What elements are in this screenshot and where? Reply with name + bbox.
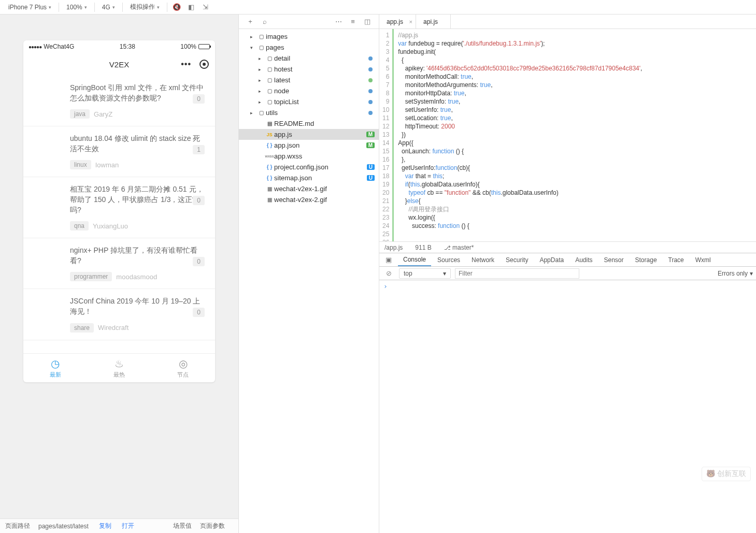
devtool-tab[interactable]: Audits — [570, 254, 597, 266]
file-item[interactable]: { }project.config.jsonU — [239, 162, 379, 172]
folder-item[interactable]: ▸▢topicList — [239, 96, 379, 107]
zoom-dropdown[interactable]: 100%▾ — [62, 3, 91, 12]
line-number[interactable]: 4 — [382, 56, 389, 64]
file-item[interactable]: JSapp.jsM — [239, 129, 379, 140]
line-number[interactable]: 20 — [382, 189, 389, 197]
topic-item[interactable]: 相互宝 2019 年 6 月第二期分摊 0.51 元，帮助了 150 人，甲状腺… — [23, 177, 215, 238]
file-item[interactable]: ▤README.md — [239, 118, 379, 129]
search-icon[interactable]: ⌕ — [258, 16, 272, 27]
devtool-tab[interactable]: Trace — [663, 254, 689, 266]
topic-item[interactable]: nginx+ PHP 掉坑里了，有没有谁帮忙看看? programmermood… — [23, 238, 215, 289]
line-number[interactable]: 1 — [382, 31, 389, 39]
simulation-dropdown[interactable]: 模拟操作▾ — [126, 2, 164, 12]
line-number[interactable]: 18 — [382, 172, 389, 180]
topic-tag[interactable]: programmer — [70, 272, 112, 281]
topic-tag[interactable]: qna — [70, 221, 89, 231]
line-number[interactable]: 14 — [382, 139, 389, 147]
copy-link[interactable]: 复制 — [99, 522, 111, 530]
menu-icon[interactable]: ••• — [181, 60, 191, 69]
line-number[interactable]: 6 — [382, 73, 389, 81]
line-number[interactable]: 9 — [382, 97, 389, 106]
line-number[interactable]: 7 — [382, 81, 389, 89]
line-number[interactable]: 8 — [382, 89, 389, 97]
devtool-tab[interactable]: Sources — [432, 254, 465, 266]
topic-author[interactable]: moodasmood — [116, 273, 157, 281]
topic-author[interactable]: Iowman — [95, 161, 119, 169]
devtool-tab[interactable]: AppData — [534, 254, 569, 266]
close-icon[interactable]: × — [409, 19, 412, 25]
code-content[interactable]: //app.jsvar fundebug = require('./utils/… — [394, 29, 756, 241]
editor-tab[interactable]: api.js — [416, 15, 451, 28]
line-number[interactable]: 5 — [382, 64, 389, 73]
line-number[interactable]: 22 — [382, 205, 389, 213]
popout-icon[interactable]: ⇲ — [199, 2, 212, 13]
target-icon[interactable] — [199, 60, 209, 69]
folder-item[interactable]: ▸▢detail — [239, 53, 379, 64]
rotate-icon[interactable]: ◧ — [185, 2, 197, 13]
log-level-dropdown[interactable]: Errors only▾ — [718, 270, 753, 277]
topic-feed[interactable]: SpringBoot 引用 xml 文件，在 xml 文件中怎么加载资源文件的参… — [23, 76, 215, 353]
file-item[interactable]: ▦wechat-v2ex-1.gif — [239, 183, 379, 194]
clear-console-icon[interactable]: ⊘ — [382, 268, 395, 279]
topic-item[interactable]: ubuntu 18.04 修改 ulimit 的 stack size 死活不生… — [23, 126, 215, 177]
topic-tag[interactable]: linux — [70, 160, 91, 169]
topic-item[interactable]: SpringBoot 引用 xml 文件，在 xml 文件中怎么加载资源文件的参… — [23, 76, 215, 126]
git-branch[interactable]: ⎇ master* — [444, 244, 474, 251]
more-icon[interactable]: ⋯ — [331, 16, 346, 27]
line-number[interactable]: 10 — [382, 106, 389, 114]
line-number[interactable]: 11 — [382, 114, 389, 122]
file-item[interactable]: wxssapp.wxss — [239, 151, 379, 162]
file-item[interactable]: { }sitemap.jsonU — [239, 172, 379, 183]
editor-tab[interactable]: app.js× — [379, 15, 416, 28]
topic-tag[interactable]: share — [70, 323, 94, 333]
folder-item[interactable]: ▾▢pages — [239, 42, 379, 53]
folder-item[interactable]: ▸▢node — [239, 85, 379, 96]
line-number[interactable]: 23 — [382, 213, 389, 222]
tabbar-item[interactable]: ◎节点 — [151, 354, 215, 382]
file-item[interactable]: ▦wechat-v2ex-2.gif — [239, 194, 379, 205]
collapse-icon[interactable]: ◫ — [360, 16, 375, 27]
console-body[interactable]: › — [379, 280, 756, 533]
devtool-tab[interactable]: Wxml — [690, 254, 716, 266]
context-dropdown[interactable]: top▾ — [399, 268, 451, 279]
line-number[interactable]: 17 — [382, 164, 389, 172]
open-link[interactable]: 打开 — [122, 522, 134, 530]
settings-icon[interactable]: ≡ — [346, 16, 360, 27]
network-dropdown[interactable]: 4G▾ — [98, 3, 119, 12]
topic-tag[interactable]: java — [70, 109, 90, 119]
file-item[interactable]: { }app.jsonM — [239, 140, 379, 151]
folder-item[interactable]: ▸▢latest — [239, 75, 379, 85]
line-number[interactable]: 25 — [382, 230, 389, 238]
line-number[interactable]: 21 — [382, 197, 389, 205]
line-number[interactable]: 24 — [382, 222, 389, 230]
tabbar-item[interactable]: ◷最新 — [23, 354, 87, 382]
line-number[interactable]: 2 — [382, 39, 389, 48]
devtool-tab[interactable]: Security — [501, 254, 533, 266]
topic-author[interactable]: YuxiangLuo — [93, 222, 128, 230]
folder-item[interactable]: ▸▢utils — [239, 107, 379, 118]
scene-label[interactable]: 场景值 — [173, 522, 192, 530]
tabbar-item[interactable]: ♨最热 — [87, 354, 151, 382]
line-number[interactable]: 3 — [382, 48, 389, 56]
inspect-icon[interactable]: ▣ — [382, 254, 395, 266]
line-number[interactable]: 15 — [382, 147, 389, 155]
editor-area[interactable]: 1234567891011121314151617181920212223242… — [379, 29, 756, 241]
line-number[interactable]: 12 — [382, 122, 389, 131]
console-filter-input[interactable] — [455, 268, 579, 279]
volume-icon[interactable]: 🔇 — [170, 2, 183, 13]
devtool-tab[interactable]: Sensor — [599, 254, 629, 266]
line-number[interactable]: 13 — [382, 131, 389, 139]
devtool-tab[interactable]: Console — [398, 254, 431, 266]
line-number[interactable]: 19 — [382, 180, 389, 189]
page-params-label[interactable]: 页面参数 — [200, 522, 225, 530]
devtool-tab[interactable]: Network — [466, 254, 500, 266]
devtool-tab[interactable]: Storage — [630, 254, 662, 266]
topic-item[interactable]: JSConf China 2019 今年 10 月 19–20 上海见！ sha… — [23, 289, 215, 340]
topic-author[interactable]: Wiredcraft — [98, 324, 129, 332]
folder-item[interactable]: ▸▢hotest — [239, 64, 379, 75]
line-number[interactable]: 16 — [382, 155, 389, 164]
device-dropdown[interactable]: iPhone 7 Plus▾ — [4, 3, 55, 12]
folder-item[interactable]: ▸▢images — [239, 31, 379, 42]
topic-author[interactable]: GaryZ — [94, 110, 112, 118]
add-icon[interactable]: + — [243, 16, 258, 27]
